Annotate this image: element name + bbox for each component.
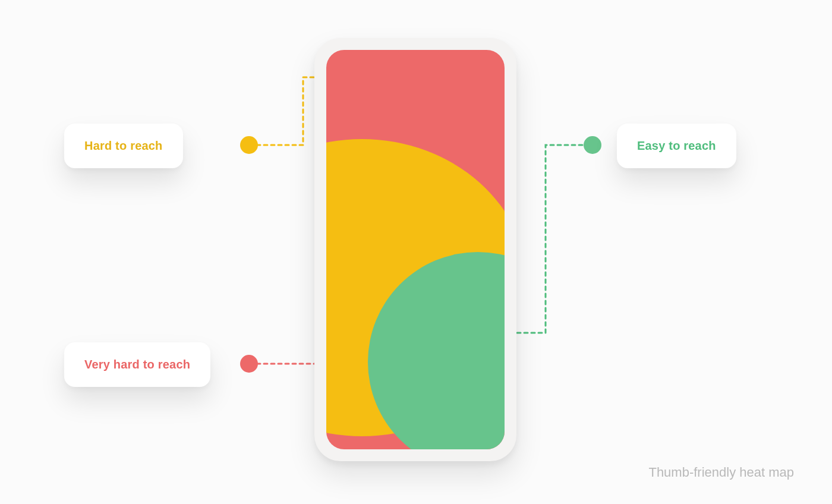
caption: Thumb-friendly heat map	[648, 465, 794, 480]
dot-easy	[584, 136, 601, 154]
phone-screen	[326, 50, 505, 449]
label-very-hard: Very hard to reach	[64, 342, 210, 387]
label-hard-text: Hard to reach	[84, 139, 163, 152]
phone-frame	[314, 38, 516, 461]
label-easy-text: Easy to reach	[637, 139, 716, 152]
label-hard: Hard to reach	[64, 124, 183, 168]
label-easy: Easy to reach	[617, 124, 736, 168]
dot-hard	[240, 136, 258, 154]
diagram-stage: Hard to reach Very hard to reach Easy to…	[0, 0, 832, 504]
dot-very-hard	[240, 355, 258, 373]
label-very-hard-text: Very hard to reach	[84, 358, 190, 371]
